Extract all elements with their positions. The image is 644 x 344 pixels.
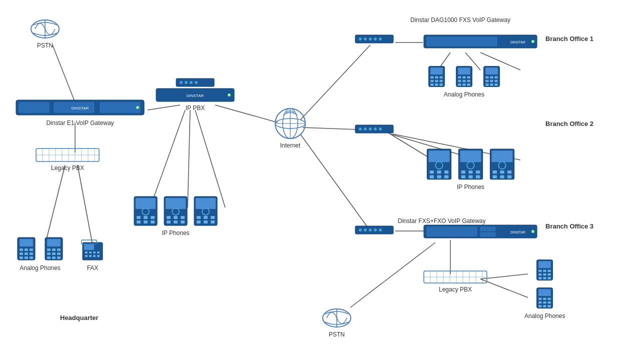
svg-rect-168 — [430, 170, 434, 174]
svg-rect-29 — [100, 102, 140, 112]
legacy-pbx-hq-label: Legacy PBX — [51, 164, 84, 172]
svg-rect-227 — [538, 289, 551, 296]
svg-rect-70 — [47, 256, 51, 259]
network-diagram: PSTN Dinstar E1 VoIP Gateway DINSTAR — [0, 0, 644, 344]
svg-rect-232 — [543, 302, 546, 304]
svg-rect-139 — [458, 76, 461, 79]
svg-rect-189 — [493, 175, 497, 178]
svg-point-195 — [369, 228, 372, 232]
svg-rect-103 — [196, 198, 216, 209]
svg-rect-171 — [430, 175, 434, 178]
svg-rect-127 — [430, 68, 443, 74]
svg-rect-136 — [439, 84, 442, 86]
svg-point-46 — [190, 81, 193, 84]
svg-rect-81 — [93, 255, 96, 257]
dag1000-title-label: Dinstar DAG1000 FXS VoIP Gateway — [410, 16, 510, 24]
svg-rect-54 — [25, 248, 28, 251]
svg-rect-96 — [167, 216, 171, 219]
svg-rect-234 — [538, 305, 541, 308]
analog-phones-hq-node: Analog Phones — [15, 235, 65, 272]
svg-point-47 — [195, 81, 198, 84]
svg-rect-230 — [548, 298, 551, 300]
svg-rect-179 — [476, 170, 480, 174]
svg-point-45 — [185, 81, 188, 84]
svg-point-119 — [369, 38, 372, 40]
svg-rect-75 — [85, 252, 88, 254]
svg-rect-217 — [538, 270, 541, 272]
svg-rect-147 — [467, 84, 470, 86]
analog-phones-br1-label: Analog Phones — [444, 91, 484, 98]
svg-rect-74 — [84, 244, 94, 250]
svg-point-118 — [364, 38, 367, 40]
svg-rect-82 — [97, 255, 100, 257]
svg-rect-170 — [444, 170, 448, 174]
fxs-fxo-title-label: Dinstar FXS+FXO VoIP Gateway — [398, 218, 486, 224]
svg-rect-142 — [458, 80, 461, 82]
svg-rect-78 — [97, 252, 100, 254]
svg-rect-27 — [19, 102, 49, 112]
svg-text:DINSTAR: DINSTAR — [187, 94, 204, 98]
svg-rect-129 — [435, 76, 438, 79]
svg-rect-67 — [47, 252, 51, 255]
svg-rect-141 — [467, 76, 470, 79]
pstn-hq-label: PSTN — [37, 42, 53, 49]
svg-rect-106 — [204, 216, 208, 219]
svg-rect-200 — [480, 227, 495, 231]
svg-rect-182 — [476, 175, 480, 178]
svg-rect-223 — [538, 277, 541, 280]
svg-point-203 — [531, 230, 534, 233]
svg-rect-55 — [30, 248, 33, 251]
svg-rect-150 — [485, 76, 488, 79]
svg-rect-97 — [174, 216, 178, 219]
svg-rect-216 — [538, 261, 551, 268]
svg-rect-201 — [480, 232, 495, 236]
svg-line-6 — [188, 110, 190, 208]
svg-rect-61 — [30, 256, 33, 259]
svg-rect-132 — [435, 80, 438, 82]
svg-rect-180 — [461, 175, 465, 178]
svg-rect-152 — [494, 76, 497, 79]
legacy-pbx-hq-node: Legacy PBX — [35, 148, 100, 172]
headquarter-label: Headquarter — [60, 314, 99, 322]
switch-br2-node — [354, 124, 394, 134]
svg-rect-169 — [437, 170, 441, 174]
svg-rect-57 — [25, 252, 28, 255]
svg-rect-220 — [538, 274, 541, 276]
fax-hq-label: FAX — [87, 264, 99, 272]
svg-rect-108 — [197, 220, 201, 224]
svg-rect-219 — [548, 270, 551, 272]
svg-rect-130 — [439, 76, 442, 79]
svg-rect-98 — [181, 216, 185, 219]
svg-rect-131 — [430, 80, 433, 82]
pstn-br3-node: PSTN — [322, 299, 352, 338]
ip-phones-hq-label: IP Phones — [162, 230, 189, 236]
svg-rect-166 — [429, 150, 450, 162]
svg-point-44 — [180, 81, 183, 84]
switch-br3-node — [354, 225, 394, 235]
svg-rect-221 — [543, 274, 546, 276]
svg-rect-110 — [211, 220, 215, 224]
svg-rect-157 — [490, 84, 493, 86]
ip-phones-br2-label: IP Phones — [457, 184, 484, 190]
svg-rect-149 — [485, 68, 498, 74]
svg-rect-156 — [485, 84, 488, 86]
svg-rect-184 — [492, 150, 513, 162]
svg-rect-123 — [427, 37, 497, 46]
internet-label: Internet — [280, 142, 301, 149]
svg-rect-231 — [538, 302, 541, 304]
fax-hq-node: FAX — [80, 238, 105, 272]
svg-rect-181 — [468, 175, 472, 178]
svg-rect-140 — [462, 76, 465, 79]
svg-rect-138 — [458, 68, 470, 74]
svg-rect-158 — [494, 84, 497, 86]
pstn-br3-label: PSTN — [329, 331, 345, 338]
svg-point-161 — [364, 128, 367, 130]
svg-rect-134 — [430, 84, 433, 86]
ip-phones-br2-node: IP Phones — [425, 148, 516, 190]
svg-point-120 — [374, 38, 377, 40]
svg-rect-236 — [548, 305, 551, 308]
svg-line-3 — [78, 165, 93, 245]
svg-rect-63 — [47, 239, 61, 246]
svg-rect-145 — [458, 84, 461, 86]
svg-rect-88 — [144, 216, 148, 219]
